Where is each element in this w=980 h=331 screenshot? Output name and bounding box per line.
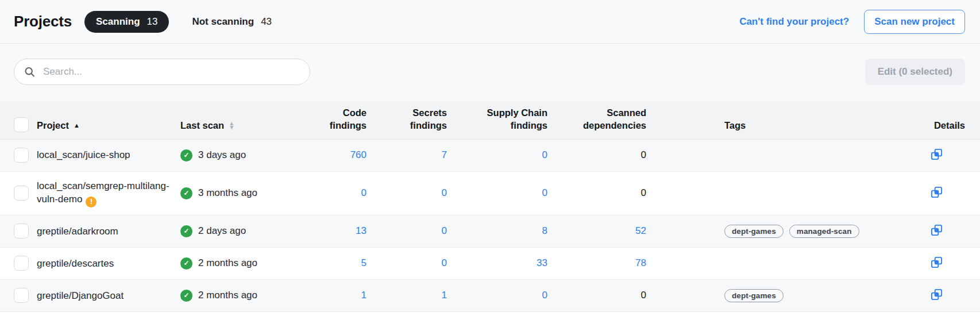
col-secrets-findings-label: Secrets findings [410, 107, 447, 130]
code-findings-link[interactable]: 5 [361, 257, 366, 268]
scan-success-icon: ✓ [180, 149, 192, 161]
details-icon [930, 186, 943, 199]
table-row: greptile/adarkroom ✓ 2 days ago 13 0 8 5… [0, 215, 980, 247]
search-icon [24, 66, 36, 78]
select-all-checkbox[interactable] [14, 117, 29, 132]
supply-chain-findings-link[interactable]: 0 [542, 290, 547, 301]
row-checkbox[interactable] [14, 186, 29, 201]
warning-icon[interactable]: ! [86, 197, 97, 207]
table-row: local_scan/semgrep-multilang-vuln-demo! … [0, 171, 980, 215]
col-details-label: Details [934, 120, 965, 130]
scan-success-icon: ✓ [180, 225, 192, 237]
details-button[interactable] [929, 147, 944, 162]
project-name: greptile/adarkroom [37, 225, 180, 238]
details-button[interactable] [929, 255, 944, 270]
tab-scanning-label: Scanning [96, 16, 140, 28]
col-last-scan[interactable]: Last scan ▲▼ [180, 120, 301, 132]
row-checkbox[interactable] [14, 148, 29, 163]
secrets-findings-link[interactable]: 0 [442, 225, 447, 236]
find-project-link[interactable]: Can't find your project? [739, 16, 849, 28]
col-project-label: Project [37, 120, 69, 132]
scanned-dependencies-link[interactable]: 52 [635, 225, 646, 236]
topbar-actions: Can't find your project? Scan new projec… [739, 10, 965, 34]
col-scanned-dependencies-label: Scanned dependencies [583, 107, 646, 130]
col-last-scan-label: Last scan [180, 120, 224, 132]
project-name: greptile/descartes [37, 257, 180, 270]
toolbar: Edit (0 selected) [0, 44, 980, 101]
projects-table: Project ▲ Last scan ▲▼ Code findings Sec… [0, 101, 980, 331]
last-scan-cell: ✓ 2 months ago [180, 290, 301, 302]
details-button[interactable] [929, 184, 944, 200]
edit-selected-button[interactable]: Edit (0 selected) [865, 59, 965, 85]
tags-cell: dept-games [650, 289, 894, 302]
last-scan-cell: ✓ 2 days ago [180, 225, 301, 237]
scanned-dependencies-value: 0 [641, 149, 646, 160]
secrets-findings-link[interactable]: 1 [442, 290, 447, 301]
table-bottom-spacer [0, 311, 980, 331]
row-checkbox[interactable] [14, 288, 29, 303]
code-findings-link[interactable]: 13 [356, 225, 366, 236]
scanned-dependencies-value: 0 [641, 187, 646, 198]
project-name: greptile/DjangoGoat [37, 289, 180, 302]
scan-success-icon: ✓ [180, 257, 192, 270]
table-header-row: Project ▲ Last scan ▲▼ Code findings Sec… [0, 101, 980, 139]
sort-both-icon: ▲▼ [229, 122, 234, 129]
secrets-findings-link[interactable]: 0 [442, 187, 447, 198]
details-icon [930, 288, 943, 301]
details-icon [930, 148, 943, 161]
details-icon [930, 256, 943, 269]
supply-chain-findings-link[interactable]: 33 [537, 257, 547, 268]
tab-scanning[interactable]: Scanning 13 [84, 11, 169, 33]
scan-filter-tabs: Scanning 13 Not scanning 43 [84, 11, 283, 33]
table-row: greptile/DjangoGoat ✓ 2 months ago 1 1 0… [0, 279, 980, 311]
col-project[interactable]: Project ▲ [37, 120, 180, 132]
project-name: local_scan/semgrep-multilang-vuln-demo [37, 180, 169, 205]
col-tags-label: Tags [724, 120, 746, 130]
tab-not-scanning-count: 43 [261, 16, 272, 28]
scanned-dependencies-link[interactable]: 78 [635, 257, 646, 268]
scan-success-icon: ✓ [180, 290, 192, 302]
secrets-findings-link[interactable]: 7 [442, 149, 447, 160]
supply-chain-findings-link[interactable]: 8 [542, 225, 547, 236]
supply-chain-findings-link[interactable]: 0 [542, 149, 547, 160]
tag-pill: dept-games [724, 225, 784, 238]
secrets-findings-link[interactable]: 0 [442, 257, 447, 268]
col-code-findings-label: Code findings [330, 107, 366, 130]
code-findings-link[interactable]: 0 [361, 187, 366, 198]
details-button[interactable] [929, 287, 944, 302]
col-details: Details [894, 120, 980, 132]
scan-new-project-button[interactable]: Scan new project [864, 10, 965, 34]
table-row: local_scan/juice-shop ✓ 3 days ago 760 7… [0, 139, 980, 171]
page-header-section: Projects Scanning 13 Not scanning 43 Can… [0, 0, 980, 101]
last-scan-cell: ✓ 3 months ago [180, 187, 301, 199]
tab-not-scanning[interactable]: Not scanning 43 [180, 11, 283, 33]
last-scan-text: 2 days ago [198, 225, 246, 237]
row-checkbox[interactable] [14, 224, 29, 238]
sort-ascending-icon: ▲ [74, 122, 80, 129]
search-input[interactable] [14, 59, 310, 85]
project-name: local_scan/juice-shop [37, 148, 180, 161]
col-supply-chain-findings-label: Supply Chain findings [487, 107, 547, 130]
tag-pill: managed-scan [789, 225, 859, 238]
tag-pill: dept-games [724, 289, 784, 302]
col-code-findings: Code findings [301, 107, 370, 132]
supply-chain-findings-link[interactable]: 0 [542, 187, 547, 198]
topbar: Projects Scanning 13 Not scanning 43 Can… [0, 0, 980, 44]
col-scanned-dependencies: Scanned dependencies [551, 107, 650, 132]
table-row: greptile/descartes ✓ 2 months ago 5 0 33… [0, 247, 980, 279]
code-findings-link[interactable]: 760 [350, 149, 366, 160]
tab-scanning-count: 13 [147, 16, 158, 28]
details-button[interactable] [929, 222, 944, 238]
scan-success-icon: ✓ [180, 187, 192, 199]
col-tags: Tags [650, 120, 894, 132]
last-scan-cell: ✓ 3 days ago [180, 149, 301, 161]
scanned-dependencies-value: 0 [641, 290, 646, 301]
code-findings-link[interactable]: 1 [361, 290, 366, 301]
last-scan-text: 3 days ago [198, 149, 246, 161]
search-box [14, 59, 310, 85]
tab-not-scanning-label: Not scanning [192, 16, 254, 28]
row-checkbox[interactable] [14, 256, 29, 271]
tags-cell: dept-games managed-scan [650, 225, 894, 238]
last-scan-text: 2 months ago [198, 290, 257, 301]
col-supply-chain-findings: Supply Chain findings [450, 107, 551, 132]
